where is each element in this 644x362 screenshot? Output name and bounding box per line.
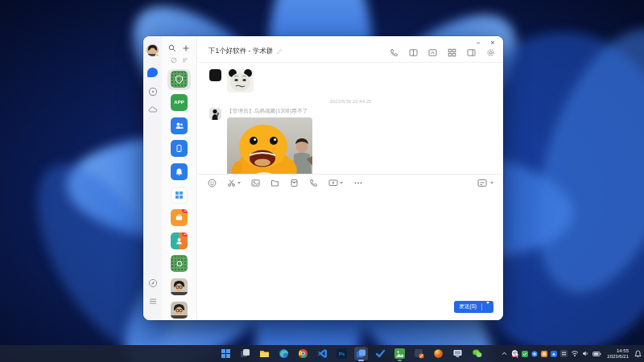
chat-item-app[interactable]: APP [167, 93, 191, 113]
chat-item-friend-2[interactable] [167, 299, 191, 320]
message-textarea[interactable] [198, 191, 503, 298]
edge-icon[interactable] [277, 347, 291, 360]
battery-icon[interactable] [592, 351, 601, 357]
sender-avatar[interactable] [209, 69, 221, 81]
checkmark-app-icon[interactable] [374, 347, 387, 360]
notification-bell-icon[interactable] [634, 350, 642, 358]
volume-icon[interactable] [582, 350, 589, 357]
chat-item-my-device[interactable] [167, 138, 191, 159]
system-tray: 14:55 2023/6/21 [501, 345, 642, 362]
cloud-drive-icon[interactable] [148, 105, 158, 114]
send-button[interactable]: 发送(S) [454, 301, 493, 313]
red-packet-icon[interactable] [290, 179, 299, 187]
message-row [209, 69, 492, 93]
more-icon[interactable] [353, 179, 363, 187]
send-row: 发送(S) [198, 298, 503, 320]
qq-app-icon[interactable] [354, 347, 368, 360]
chat-item-green-group[interactable] [167, 253, 191, 274]
split-view-icon[interactable] [409, 48, 418, 57]
screenshot-icon[interactable] [227, 179, 241, 187]
task-view-button[interactable] [238, 347, 252, 360]
vscode-icon[interactable] [316, 347, 329, 360]
chat-item-group-assistant[interactable] [167, 115, 191, 136]
chat-item-windows-group[interactable] [167, 184, 191, 205]
taskbar-apps: Ps [219, 345, 484, 362]
start-button[interactable] [219, 347, 233, 360]
messages-tab-icon[interactable] [147, 68, 158, 77]
screen-share-icon[interactable] [428, 48, 437, 57]
qq-chat-window: APP 13 21 [143, 36, 503, 320]
settings-icon[interactable] [486, 48, 495, 57]
message-row: 【管理员】乌鸦视频(1308)用不了 [209, 108, 492, 174]
chat-history-icon[interactable] [477, 179, 493, 187]
image-icon[interactable] [251, 179, 260, 187]
chat-item-friend-1[interactable] [167, 277, 191, 298]
status-dot-icon [155, 53, 159, 57]
filter-icon[interactable] [171, 57, 177, 64]
message-input[interactable] [198, 191, 503, 298]
message-list: 2022/6/30 22:44:25 【管理员】乌鸦视频(1308)用不了 [198, 63, 503, 174]
conversation-list: APP 13 21 [162, 36, 197, 320]
edit-title-icon[interactable] [276, 48, 283, 55]
remote-desktop-icon[interactable] [451, 347, 464, 360]
taskbar: Ps 14:55 2023/6/21 [0, 345, 644, 362]
send-button-label: 发送(S) [454, 303, 481, 311]
send-options-caret-icon[interactable] [482, 304, 493, 310]
desktop: { "window": { "title": "下1个好软件 - 学术群", "… [0, 0, 644, 362]
discover-icon[interactable] [148, 278, 158, 288]
menu-icon[interactable] [148, 296, 158, 306]
voice-call-icon[interactable] [309, 179, 318, 187]
chat-item-contact[interactable]: 21 [167, 230, 191, 251]
screen-share-icon[interactable] [328, 179, 343, 187]
taskbar-clock[interactable]: 14:55 2023/6/21 [605, 348, 631, 360]
clock-time: 14:55 [607, 348, 629, 354]
voice-call-icon[interactable] [390, 48, 398, 57]
user-avatar[interactable] [147, 44, 159, 56]
sender-avatar[interactable] [209, 108, 221, 120]
chat-title: 下1个好软件 - 学术群 [208, 47, 273, 56]
chat-item-group-selected[interactable] [167, 69, 191, 90]
chat-pane: − × 下1个好软件 - 学术群 [198, 36, 503, 320]
sticker-charmander-gif[interactable] [227, 117, 312, 174]
chat-item-notifications[interactable] [167, 162, 191, 183]
sender-name: 【管理员】乌鸦视频(1308)用不了 [227, 108, 312, 115]
emoji-icon[interactable] [208, 179, 217, 187]
add-icon[interactable] [182, 44, 190, 52]
sidebar-panel-icon[interactable] [467, 48, 476, 57]
chat-item-work[interactable]: 13 [167, 208, 191, 228]
chrome-icon[interactable] [296, 347, 310, 360]
wechat-icon[interactable] [470, 347, 484, 360]
orange-ball-app-icon[interactable] [431, 347, 445, 360]
svg-text:Ps: Ps [339, 352, 345, 356]
tray-blue-square-icon[interactable] [551, 351, 557, 357]
file-icon[interactable] [270, 179, 279, 187]
blocked-app-icon[interactable] [412, 347, 426, 360]
sticker-panda-meme[interactable] [227, 69, 254, 93]
ime-indicator-icon[interactable] [560, 350, 568, 357]
clock-date: 2023/6/21 [607, 354, 629, 360]
tray-qq-icon[interactable] [511, 350, 518, 357]
tray-green-icon[interactable] [522, 351, 528, 357]
tray-chevron-up-icon[interactable] [501, 350, 508, 357]
unread-badge: 21 [182, 232, 188, 237]
moments-icon[interactable] [148, 87, 158, 97]
nav-rail [143, 36, 162, 320]
timestamp: 2022/6/30 22:44:25 [209, 99, 492, 104]
tray-orange-icon[interactable] [541, 351, 547, 357]
close-button[interactable]: × [487, 38, 498, 47]
minimize-button[interactable]: − [473, 38, 484, 47]
group-apps-icon[interactable] [448, 48, 456, 57]
chat-header: − × 下1个好软件 - 学术群 [198, 36, 503, 63]
photoshop-icon[interactable]: Ps [335, 347, 349, 360]
sort-icon[interactable] [182, 57, 188, 64]
search-icon[interactable] [168, 44, 176, 52]
input-toolbar [198, 175, 503, 191]
green-gallery-app-icon[interactable] [393, 347, 407, 360]
file-explorer-icon[interactable] [258, 347, 271, 360]
wifi-icon[interactable] [571, 350, 579, 357]
unread-badge: 13 [182, 209, 188, 213]
tray-blue-circle-icon[interactable] [531, 351, 538, 357]
